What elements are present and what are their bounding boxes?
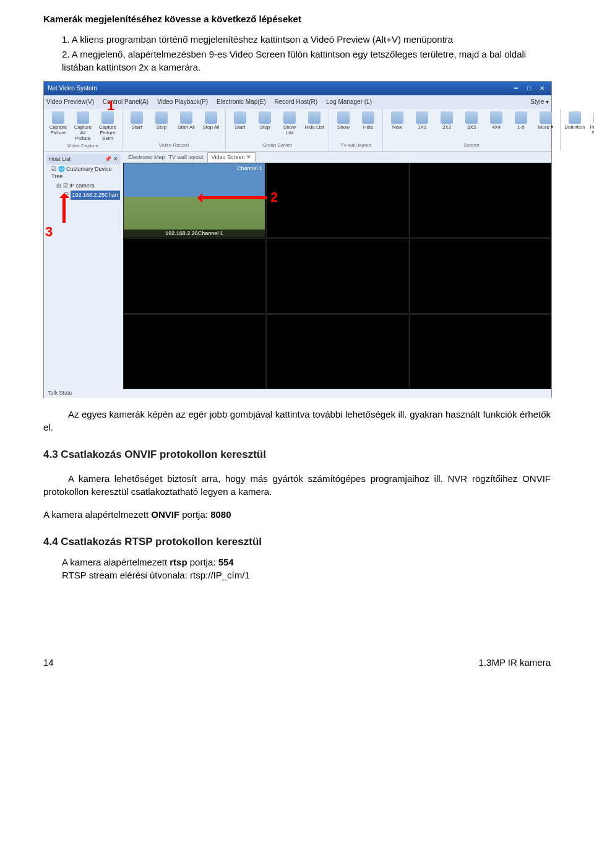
- more-layouts-button[interactable]: More ▾: [535, 111, 556, 131]
- capture-all-button[interactable]: Capture All Picture: [72, 111, 93, 141]
- host-list-title: Host List: [49, 156, 71, 162]
- heading: Kamerák megjelenítéséhez kövesse a követ…: [43, 12, 551, 25]
- section-heading: 4.3 Csatlakozás ONVIF protokollon keresz…: [43, 447, 551, 462]
- layout-3x3-button[interactable]: 3X3: [461, 111, 482, 131]
- tree-camera-channel[interactable]: ☑ 192.168.2.25Chan: [46, 190, 121, 200]
- video-cell[interactable]: [266, 314, 408, 389]
- group-caption: TV wall layout: [333, 142, 379, 148]
- ribbon: Capture Picture Capture All Picture Capt…: [44, 109, 551, 152]
- style-dropdown[interactable]: Style ▾: [530, 98, 549, 106]
- menu-item[interactable]: Record Host(R): [275, 98, 317, 106]
- close-icon[interactable]: ✕: [536, 84, 548, 93]
- play-icon: [180, 111, 192, 124]
- stop-icon: [205, 111, 217, 124]
- step-num: 2.: [62, 49, 70, 59]
- video-cell[interactable]: [409, 314, 551, 389]
- step-num: 1.: [62, 34, 70, 45]
- menubar: Video Preview(V) Control Panel(A) Video …: [44, 95, 551, 109]
- panel-pin-icon[interactable]: 📌 ✕: [105, 155, 118, 163]
- more-icon: [540, 111, 552, 124]
- group-caption: Video Record: [126, 142, 222, 148]
- video-grid: Channel 1 192.168.2.26Channel 1: [123, 163, 551, 389]
- annotation-arrow-2: [199, 196, 267, 199]
- annotation-arrow-3: [62, 194, 66, 223]
- capture-skim-button[interactable]: Capture Picture Skim: [97, 111, 118, 141]
- play-icon: [131, 111, 143, 124]
- definition-button[interactable]: Definition: [564, 111, 585, 136]
- maximize-icon[interactable]: □: [523, 84, 535, 93]
- plus-icon: [391, 111, 403, 124]
- app-screenshot: Net Video System ━ □ ✕ Video Preview(V) …: [43, 81, 552, 398]
- video-cell[interactable]: [409, 238, 551, 313]
- previous-screen-button[interactable]: Previous Screen: [589, 111, 594, 136]
- grid-icon: [465, 111, 478, 124]
- gs-start-button[interactable]: Start: [230, 111, 251, 136]
- annotation-marker-2: 2: [270, 188, 278, 207]
- video-cell[interactable]: [123, 314, 265, 389]
- capture-picture-button[interactable]: Capture Picture: [48, 111, 69, 141]
- list-icon: [283, 111, 296, 124]
- onvif-port-line: A kamera alapértelmezett ONVIF portja: 8…: [43, 508, 551, 521]
- grid-icon: [515, 111, 527, 124]
- footer-title: 1.3MP IR kamera: [479, 656, 551, 669]
- grid-icon: [441, 111, 453, 124]
- step-text: A megjelenő, alapértelmezésben 9-es Vide…: [62, 49, 526, 72]
- video-cell[interactable]: [266, 163, 408, 238]
- tvwall-show-button[interactable]: Show: [333, 111, 354, 131]
- start-all-button[interactable]: Start All: [176, 111, 197, 131]
- layout-1x1-button[interactable]: 1X1: [411, 111, 433, 131]
- tabs: Electronic Map TV wall layout Video Scre…: [123, 152, 551, 163]
- new-screen-button[interactable]: New: [387, 111, 408, 131]
- video-cell[interactable]: [266, 238, 408, 313]
- tab-tvwall[interactable]: TV wall layout: [169, 153, 204, 161]
- stop-icon: [155, 111, 168, 124]
- steps-list: 1. A kliens programban történő megjelení…: [62, 33, 551, 74]
- tree-camera-group[interactable]: ⊟ ☑ IP camera: [46, 181, 121, 191]
- list-icon: [308, 111, 321, 124]
- stop-all-button[interactable]: Stop All: [200, 111, 222, 131]
- menu-item[interactable]: Video Preview(V): [46, 98, 94, 106]
- minimize-icon[interactable]: ━: [510, 84, 522, 93]
- grid-icon: [490, 111, 502, 124]
- grid-icon: [362, 111, 374, 124]
- window-controls[interactable]: ━ □ ✕: [510, 84, 548, 93]
- tab-electronic-map[interactable]: Electronic Map: [128, 153, 165, 161]
- menu-item[interactable]: Log Manager (L): [326, 98, 372, 106]
- tab-video-screen[interactable]: Video Screen ✕: [207, 152, 256, 162]
- start-button[interactable]: Start: [126, 111, 147, 131]
- tree-root[interactable]: ☑ 🌐 Customary Device Tree: [46, 165, 121, 181]
- stop-icon: [259, 111, 271, 124]
- channel-label: Channel 1: [237, 165, 262, 173]
- camera-icon: [77, 111, 89, 124]
- menu-item[interactable]: Electronic Map(E): [217, 98, 265, 106]
- rtsp-port-line: A kamera alapértelmezett rtsp portja: 55…: [62, 556, 551, 569]
- paragraph: A kamera lehetőséget biztosít arra, hogy…: [43, 472, 551, 498]
- rtsp-path-line: RTSP stream elérési útvonala: rtsp://IP_…: [62, 569, 551, 582]
- hide-list-button[interactable]: Hide List: [304, 111, 325, 136]
- layout-1-5-button[interactable]: 1-5: [510, 111, 532, 131]
- video-cell[interactable]: [123, 238, 265, 313]
- menu-item[interactable]: Video Playback(P): [157, 98, 208, 106]
- stop-button[interactable]: Stop: [151, 111, 172, 131]
- grid-icon: [416, 111, 428, 124]
- group-caption: Screen: [387, 142, 556, 148]
- annotation-marker-1: 1: [107, 97, 114, 116]
- layout-4x4-button[interactable]: 4X4: [486, 111, 507, 131]
- talk-state: Talk State: [44, 389, 551, 398]
- host-list-panel: Host List 📌 ✕ ☑ 🌐 Customary Device Tree …: [44, 152, 123, 389]
- section-heading: 4.4 Csatlakozás RTSP protokollon kereszt…: [43, 535, 551, 549]
- camera-icon: [52, 111, 64, 124]
- step-text: A kliens programban történő megjelenítés…: [72, 34, 453, 45]
- grid-icon: [337, 111, 350, 124]
- layout-2x2-button[interactable]: 2X2: [436, 111, 457, 131]
- page-number: 14: [43, 656, 54, 669]
- app-title: Net Video System: [48, 84, 97, 93]
- footer: 14 1.3MP IR kamera: [43, 656, 551, 669]
- group-caption: Group Switch: [230, 142, 325, 148]
- gs-stop-button[interactable]: Stop: [254, 111, 275, 136]
- video-cell[interactable]: [409, 163, 551, 238]
- show-list-button[interactable]: Show List: [279, 111, 300, 136]
- paragraph: Az egyes kamerák képén az egér jobb gomb…: [43, 408, 551, 434]
- titlebar: Net Video System ━ □ ✕: [44, 82, 551, 95]
- tvwall-hide-button[interactable]: Hide: [358, 111, 379, 131]
